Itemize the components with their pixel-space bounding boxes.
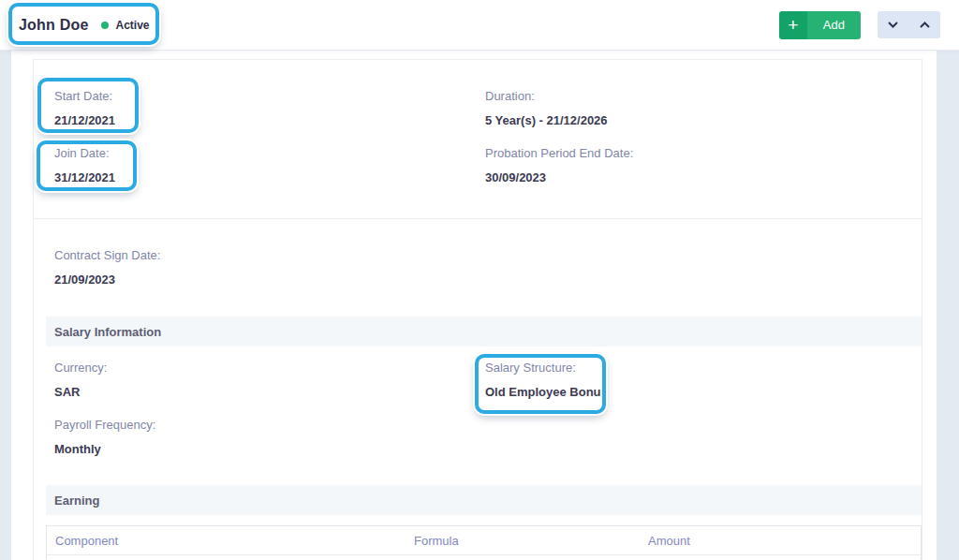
salary-section: Contract Sign Date: 21/09/2023 Salary In… bbox=[34, 219, 922, 560]
field-currency: Currency: SAR bbox=[54, 361, 485, 399]
earning-table-header-row: Component Formula Amount bbox=[47, 526, 921, 555]
salary-information-title: Salary Information bbox=[54, 325, 161, 339]
salary-information-header: Salary Information bbox=[46, 317, 922, 346]
probation-end-value: 30/09/2023 bbox=[485, 170, 922, 184]
join-date-value: 31/12/2021 bbox=[54, 170, 485, 184]
add-button-label: Add bbox=[807, 11, 861, 39]
contract-sign-date-value: 21/09/2023 bbox=[54, 273, 922, 287]
status-dot-icon bbox=[101, 22, 109, 29]
earning-header: Earning bbox=[46, 485, 922, 515]
collapse-expand-group bbox=[878, 11, 940, 38]
duration-label: Duration: bbox=[485, 90, 922, 103]
salary-structure-value: Old Employee Bonus bbox=[485, 385, 922, 399]
field-contract-sign-date: Contract Sign Date: 21/09/2023 bbox=[54, 249, 922, 287]
dates-section: Start Date: 21/12/2021 Duration: 5 Year(… bbox=[34, 60, 922, 219]
field-probation-end: Probation Period End Date: 30/09/2023 bbox=[485, 147, 922, 184]
contract-details-panel: Start Date: 21/12/2021 Duration: 5 Year(… bbox=[33, 59, 922, 560]
earning-table: Component Formula Amount bbox=[46, 525, 922, 560]
page-header: John Doe Active + Add bbox=[0, 0, 959, 50]
add-button[interactable]: + Add bbox=[779, 11, 861, 39]
plus-icon: + bbox=[779, 11, 807, 39]
column-header-formula: Formula bbox=[406, 534, 640, 548]
chevron-up-icon bbox=[920, 22, 930, 28]
content-surface: Start Date: 21/12/2021 Duration: 5 Year(… bbox=[11, 50, 937, 560]
start-date-label: Start Date: bbox=[54, 90, 485, 103]
employee-contract-page: John Doe Active + Add bbox=[0, 0, 959, 560]
currency-value: SAR bbox=[54, 385, 485, 399]
probation-end-label: Probation Period End Date: bbox=[485, 147, 922, 160]
contract-sign-date-label: Contract Sign Date: bbox=[54, 249, 922, 262]
table-row bbox=[47, 555, 921, 560]
duration-value: 5 Year(s) - 21/12/2026 bbox=[485, 113, 922, 127]
field-start-date: Start Date: 21/12/2021 bbox=[54, 90, 485, 127]
join-date-label: Join Date: bbox=[54, 147, 485, 160]
employee-name: John Doe bbox=[19, 17, 89, 34]
currency-label: Currency: bbox=[54, 361, 485, 375]
field-salary-structure: Salary Structure: Old Employee Bonus bbox=[485, 361, 922, 399]
status-label: Active bbox=[116, 19, 150, 32]
chevron-up-button[interactable] bbox=[909, 11, 941, 38]
field-duration: Duration: 5 Year(s) - 21/12/2026 bbox=[485, 90, 922, 127]
chevron-down-icon bbox=[888, 22, 898, 28]
field-payroll-frequency: Payroll Frequency: Monthly bbox=[54, 419, 485, 456]
payroll-frequency-label: Payroll Frequency: bbox=[54, 419, 485, 432]
column-header-component: Component bbox=[47, 534, 406, 548]
payroll-frequency-value: Monthly bbox=[54, 442, 485, 456]
column-header-amount: Amount bbox=[640, 534, 921, 548]
chevron-down-button[interactable] bbox=[878, 11, 909, 38]
field-join-date: Join Date: 31/12/2021 bbox=[54, 147, 485, 184]
earning-title: Earning bbox=[54, 494, 99, 508]
start-date-value: 21/12/2021 bbox=[54, 113, 485, 127]
salary-structure-label: Salary Structure: bbox=[485, 361, 922, 375]
status-badge: Active bbox=[101, 19, 150, 32]
